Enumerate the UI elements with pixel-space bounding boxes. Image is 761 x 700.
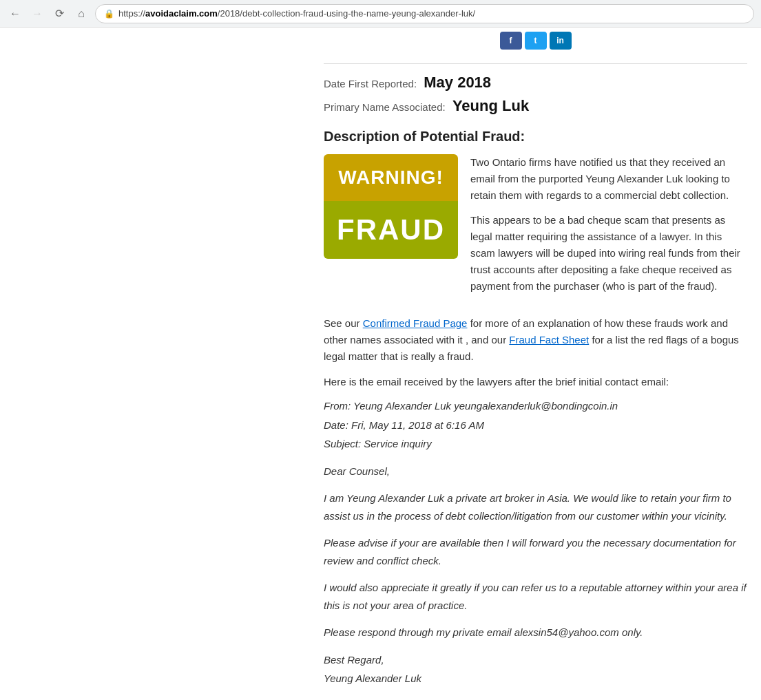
content-wrapper: Date First Reported: May 2018 Primary Na… xyxy=(0,56,761,700)
email-signoff: Yeung Alexander Luk xyxy=(324,670,747,688)
name-value: Yeung Luk xyxy=(452,97,529,114)
warning-label: WARNING! xyxy=(324,154,458,201)
reload-button[interactable]: ⟳ xyxy=(51,6,67,22)
email-body: From: Yeung Alexander Luk yeungalexander… xyxy=(324,397,747,688)
social-share-area: f t in xyxy=(310,28,761,56)
warning-badge: WARNING! FRAUD xyxy=(324,154,458,259)
date-row: Date First Reported: May 2018 xyxy=(324,74,747,92)
email-intro: Here is the email received by the lawyer… xyxy=(324,376,747,388)
main-content: Date First Reported: May 2018 Primary Na… xyxy=(310,56,761,700)
url-text: https://avoidaclaim.com/2018/debt-collec… xyxy=(118,8,475,19)
email-body-2: Please advise if your are available then… xyxy=(324,534,747,569)
fraud-label: FRAUD xyxy=(324,201,458,259)
browser-chrome: ← → ⟳ ⌂ 🔒 https://avoidaclaim.com/2018/d… xyxy=(0,0,761,28)
date-value: May 2018 xyxy=(424,74,491,91)
url-domain: avoidaclaim.com xyxy=(145,8,218,19)
linkedin-share-button[interactable]: in xyxy=(550,32,572,50)
sidebar xyxy=(0,56,310,700)
lock-icon: 🔒 xyxy=(104,9,114,19)
email-date: Date: Fri, May 11, 2018 at 6:16 AM xyxy=(324,416,747,434)
email-body-3: I would also appreciate it greatly if yo… xyxy=(324,579,747,614)
home-button[interactable]: ⌂ xyxy=(73,6,90,22)
email-best-regard: Best Regard, xyxy=(324,651,747,669)
see-our-paragraph: See our Confirmed Fraud Page for more of… xyxy=(324,315,747,365)
address-bar[interactable]: 🔒 https://avoidaclaim.com/2018/debt-coll… xyxy=(95,4,754,23)
date-label: Date First Reported: xyxy=(324,78,417,89)
url-prefix: https:// xyxy=(118,8,145,19)
email-from: From: Yeung Alexander Luk yeungalexander… xyxy=(324,397,747,415)
forward-button[interactable]: → xyxy=(29,6,45,22)
fraud-fact-sheet-link[interactable]: Fraud Fact Sheet xyxy=(509,334,589,346)
email-body-1: I am Yeung Alexander Luk a private art b… xyxy=(324,489,747,524)
email-dear: Dear Counsel, xyxy=(324,463,747,480)
fraud-para-2: This appears to be a bad cheque scam tha… xyxy=(470,212,747,295)
fraud-para-1: Two Ontario firms have notified us that … xyxy=(470,154,747,204)
url-path: /2018/debt-collection-fraud-using-the-na… xyxy=(218,8,475,19)
see-our-before: See our xyxy=(324,317,363,329)
facebook-share-button[interactable]: f xyxy=(500,32,522,50)
back-button[interactable]: ← xyxy=(7,6,23,22)
section-title: Description of Potential Fraud: xyxy=(324,129,747,145)
twitter-share-button[interactable]: t xyxy=(525,32,547,50)
fraud-description: Two Ontario firms have notified us that … xyxy=(470,154,747,303)
email-body-4: Please respond through my private email … xyxy=(324,624,747,641)
fraud-block: WARNING! FRAUD Two Ontario firms have no… xyxy=(324,154,747,303)
confirmed-fraud-page-link[interactable]: Confirmed Fraud Page xyxy=(363,317,468,329)
top-divider xyxy=(324,63,747,64)
email-subject: Subject: Service inquiry xyxy=(324,435,747,453)
name-row: Primary Name Associated: Yeung Luk xyxy=(324,97,747,115)
name-label: Primary Name Associated: xyxy=(324,101,446,113)
